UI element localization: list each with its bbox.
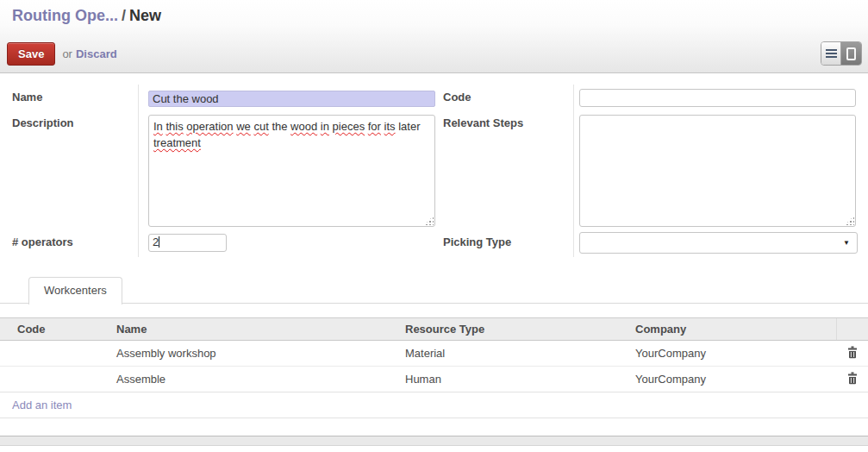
view-switcher bbox=[821, 41, 862, 66]
save-button[interactable]: Save bbox=[7, 42, 55, 66]
form-view-button[interactable] bbox=[841, 42, 861, 65]
text-cursor bbox=[159, 236, 159, 248]
description-text: In this operation we cut the wood in pie… bbox=[153, 120, 420, 149]
resize-handle-icon[interactable] bbox=[424, 216, 434, 225]
table-row[interactable]: Assemble Human YourCompany bbox=[0, 367, 868, 392]
cell-code bbox=[0, 341, 113, 367]
right-column-divider bbox=[573, 85, 574, 257]
name-input[interactable]: Cut the wood bbox=[148, 91, 435, 107]
toolbar: Save or Discard bbox=[7, 42, 117, 66]
description-textarea[interactable]: In this operation we cut the wood in pie… bbox=[148, 115, 435, 227]
cell-name: Assembly workshop bbox=[113, 341, 402, 367]
form-view-icon bbox=[846, 47, 856, 60]
relevant-steps-label: Relevant Steps bbox=[443, 116, 523, 129]
left-column-divider bbox=[138, 85, 139, 257]
dropdown-caret-icon: ▼ bbox=[843, 239, 850, 247]
cell-company: YourCompany bbox=[632, 341, 836, 367]
notebook-tabstrip bbox=[0, 277, 868, 304]
header: Routing Ope.../New Save or Discard bbox=[0, 0, 868, 73]
code-label: Code bbox=[443, 91, 471, 104]
or-label: or bbox=[62, 47, 72, 60]
routing-operation-form-page: Routing Ope.../New Save or Discard Name … bbox=[0, 0, 868, 452]
breadcrumb: Routing Ope.../New bbox=[12, 7, 161, 25]
column-header-company[interactable]: Company bbox=[632, 318, 836, 341]
discard-link[interactable]: Discard bbox=[76, 47, 117, 60]
column-header-name[interactable]: Name bbox=[113, 318, 402, 341]
table-header-row: Code Name Resource Type Company bbox=[0, 318, 868, 341]
name-label: Name bbox=[12, 91, 42, 104]
cell-company: YourCompany bbox=[632, 367, 836, 392]
trash-icon bbox=[846, 372, 859, 385]
operators-value: 2 bbox=[153, 235, 159, 248]
operators-input[interactable]: 2 bbox=[148, 234, 227, 252]
breadcrumb-parent-link[interactable]: Routing Ope... bbox=[12, 7, 118, 24]
breadcrumb-current: New bbox=[129, 7, 161, 24]
tab-workcenters[interactable]: Workcenters bbox=[28, 277, 122, 304]
trash-icon bbox=[846, 346, 859, 359]
table-row[interactable]: Assembly workshop Material YourCompany bbox=[0, 341, 868, 367]
column-header-resource-type[interactable]: Resource Type bbox=[402, 318, 632, 341]
description-label: Description bbox=[12, 116, 74, 129]
picking-type-select[interactable]: ▼ bbox=[579, 232, 858, 254]
add-an-item-link[interactable]: Add an item bbox=[12, 399, 72, 411]
code-input[interactable] bbox=[579, 89, 856, 107]
delete-row-button[interactable] bbox=[846, 372, 859, 385]
relevant-steps-textarea[interactable] bbox=[579, 115, 856, 227]
cell-name: Assemble bbox=[113, 367, 402, 392]
delete-row-button[interactable] bbox=[846, 346, 859, 359]
cell-code bbox=[0, 367, 113, 392]
picking-type-label: Picking Type bbox=[443, 235, 511, 248]
breadcrumb-separator: / bbox=[118, 7, 129, 24]
operators-label: # operators bbox=[12, 235, 73, 248]
add-item-row: Add an item bbox=[0, 392, 868, 418]
workcenters-table: Code Name Resource Type Company Assembly… bbox=[0, 317, 868, 418]
cell-resource-type: Material bbox=[402, 341, 632, 367]
column-header-code[interactable]: Code bbox=[0, 318, 113, 341]
list-view-button[interactable] bbox=[821, 42, 841, 65]
column-header-delete bbox=[836, 318, 868, 341]
cell-resource-type: Human bbox=[402, 367, 632, 392]
list-view-icon bbox=[826, 49, 837, 58]
resize-handle-icon[interactable] bbox=[845, 216, 854, 225]
bottom-status-strip bbox=[0, 436, 868, 446]
